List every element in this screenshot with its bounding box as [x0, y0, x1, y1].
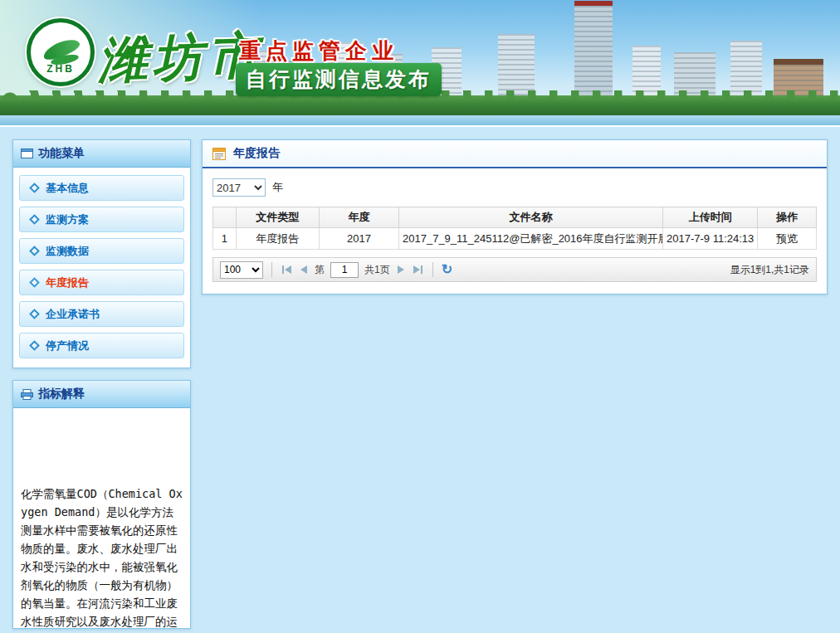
records-summary: 显示1到1,共1记录	[730, 263, 809, 277]
indicator-title: 指标解释	[38, 387, 85, 402]
page-suffix-label: 共1页	[364, 263, 390, 277]
indicator-text: 化学需氧量COD（Chemical Oxygen Demand）是以化学方法测量…	[13, 408, 190, 629]
function-menu-header: 功能菜单	[13, 140, 190, 168]
sidebar-item-production-stoppage[interactable]: 停产情况	[19, 333, 184, 358]
preview-link[interactable]: 预览	[776, 232, 798, 245]
site-banner: ZHB 潍坊市 重点监管企业 自行监测信息发布	[0, 0, 840, 127]
function-menu-title: 功能菜单	[38, 146, 85, 161]
pager-separator	[271, 262, 272, 277]
banner-subtitle-2: 自行监测信息发布	[236, 63, 442, 96]
cell-file-type: 年度报告	[236, 228, 320, 250]
cell-upload-time: 2017-7-9 11:24:13	[663, 228, 758, 250]
page-title: 年度报告	[233, 146, 280, 161]
cell-file-name: 2017_7_9_11_245112@已解密_2016年度自行监测开展情况年	[399, 228, 663, 250]
header-upload-time: 上传时间	[663, 207, 758, 228]
page-size-select[interactable]: 100	[220, 261, 263, 279]
tower-building	[574, 1, 613, 99]
header-file-name: 文件名称	[399, 207, 663, 228]
prev-page-button[interactable]	[299, 264, 309, 275]
logo-text: ZHB	[31, 63, 90, 75]
sidebar-item-label: 监测方案	[46, 212, 89, 227]
indicator-header: 指标解释	[13, 381, 190, 408]
sidebar-item-monitoring-plan[interactable]: 监测方案	[19, 207, 184, 232]
main-body: 2017 年 文件类型 年度 文件名称 上传时间 操作 1 年度报告 20	[203, 168, 827, 294]
year-filter-row: 2017 年	[212, 178, 817, 197]
page-prefix-label: 第	[315, 263, 325, 277]
indicator-panel: 指标解释 化学需氧量COD（Chemical Oxygen Demand）是以化…	[12, 380, 191, 629]
diamond-icon	[29, 183, 40, 193]
building	[498, 34, 535, 99]
year-suffix-label: 年	[272, 180, 283, 195]
table-row: 1 年度报告 2017 2017_7_9_11_245112@已解密_2016年…	[213, 228, 817, 250]
year-select[interactable]: 2017	[212, 178, 266, 197]
main-panel: 年度报告 2017 年 文件类型 年度 文件名称 上传时间 操作	[202, 139, 828, 295]
sidebar: 功能菜单 基本信息 监测方案 监测数据 年度报告 企业承诺书	[12, 139, 191, 633]
diamond-icon	[29, 246, 40, 256]
sidebar-item-label: 年度报告	[46, 275, 89, 290]
annual-report-table: 文件类型 年度 文件名称 上传时间 操作 1 年度报告 2017 2017_7_…	[212, 207, 817, 250]
main-header: 年度报告	[203, 140, 827, 168]
page-number-input[interactable]	[330, 262, 359, 278]
cell-rownum: 1	[213, 228, 237, 250]
header-file-type: 文件类型	[236, 207, 320, 228]
banner-trees	[0, 95, 840, 115]
sidebar-item-label: 停产情况	[46, 338, 89, 353]
pager-separator	[432, 262, 433, 277]
report-clipboard-icon	[212, 146, 227, 161]
diamond-icon	[29, 309, 40, 319]
next-page-button[interactable]	[396, 264, 406, 275]
sidebar-item-label: 企业承诺书	[46, 307, 100, 322]
diamond-icon	[29, 340, 40, 351]
sidebar-item-annual-report[interactable]: 年度报告	[19, 270, 184, 295]
cell-year: 2017	[320, 228, 399, 250]
epa-logo: ZHB	[27, 18, 95, 86]
diamond-icon	[29, 214, 40, 225]
header-year: 年度	[320, 207, 399, 228]
last-page-button[interactable]	[412, 264, 424, 275]
refresh-icon[interactable]: ↻	[442, 263, 452, 276]
header-rownum	[213, 207, 237, 228]
table-header-row: 文件类型 年度 文件名称 上传时间 操作	[213, 207, 817, 228]
banner-subtitle-1: 重点监管企业	[239, 37, 398, 66]
function-menu-panel: 功能菜单 基本信息 监测方案 监测数据 年度报告 企业承诺书	[12, 139, 191, 368]
function-menu-list: 基本信息 监测方案 监测数据 年度报告 企业承诺书 停产情况	[13, 168, 190, 368]
window-icon	[21, 149, 33, 158]
banner-river	[0, 115, 840, 125]
header-operation: 操作	[758, 207, 817, 228]
sidebar-item-commitment-letter[interactable]: 企业承诺书	[19, 301, 184, 327]
sidebar-item-basic-info[interactable]: 基本信息	[19, 175, 184, 201]
first-page-button[interactable]	[281, 264, 293, 275]
sidebar-item-label: 基本信息	[46, 181, 89, 196]
diamond-icon	[29, 277, 40, 288]
printer-icon	[21, 389, 33, 400]
pagination-bar: 100 第 共1页 ↻ 显示1到1,共1记录	[212, 257, 817, 282]
sidebar-item-label: 监测数据	[46, 244, 89, 259]
sidebar-item-monitoring-data[interactable]: 监测数据	[19, 238, 184, 264]
